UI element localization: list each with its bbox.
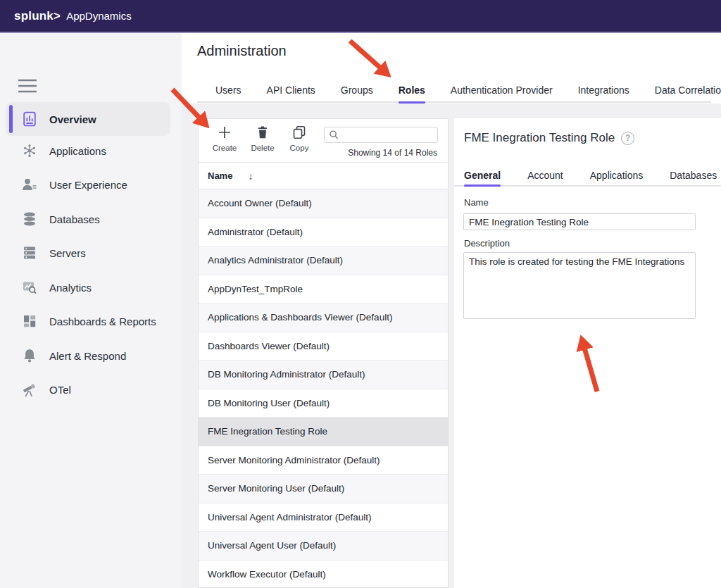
telescope-icon: [21, 381, 38, 398]
tab-databases[interactable]: Databases: [670, 163, 717, 187]
description-field-label: Description: [464, 238, 510, 249]
plus-icon: [218, 125, 232, 139]
copy-button-label: Copy: [283, 144, 315, 152]
table-row[interactable]: Administrator (Default): [199, 218, 448, 247]
sidebar: Overview Applications User Experienc: [0, 33, 182, 588]
tab-general[interactable]: General: [464, 163, 501, 187]
dashboards-icon: [21, 313, 38, 330]
name-column-header[interactable]: Name ↓: [199, 163, 448, 189]
roles-search-box: [324, 127, 438, 143]
table-row[interactable]: AppDynTest_TmpRole: [199, 275, 448, 304]
name-field-label: Name: [464, 197, 489, 208]
tab-data-correlation[interactable]: Data Correlation: [655, 77, 721, 104]
role-name-input[interactable]: [463, 213, 696, 230]
copy-icon: [292, 125, 306, 139]
bell-icon: [21, 347, 38, 364]
table-row-selected[interactable]: FME Inegration Testing Role: [199, 418, 448, 446]
appdynamics-logo-text: AppDynamics: [66, 10, 132, 22]
sort-descending-icon[interactable]: ↓: [248, 170, 253, 182]
delete-button-label: Delete: [246, 144, 279, 152]
table-row[interactable]: Workflow Executor (Default): [199, 561, 448, 588]
tab-roles[interactable]: Roles: [399, 77, 425, 104]
table-row[interactable]: Server Monitoring User (Default): [199, 475, 448, 503]
admin-header: Administration Users API Clients Groups …: [182, 33, 721, 104]
sidebar-item-applications[interactable]: Applications: [6, 134, 170, 168]
tab-applications[interactable]: Applications: [590, 163, 644, 187]
applications-icon: [21, 142, 38, 159]
servers-icon: [21, 244, 38, 261]
name-header-label: Name: [208, 170, 232, 181]
table-row[interactable]: Analytics Administrator (Default): [199, 246, 448, 275]
create-button-label: Create: [208, 144, 241, 152]
sidebar-item-label: Servers: [49, 247, 86, 259]
showing-count-text: Showing 14 of 14 Roles: [348, 148, 437, 158]
sidebar-item-label: Applications: [49, 145, 106, 157]
sidebar-item-label: Dashboards & Reports: [49, 315, 156, 327]
tab-integrations[interactable]: Integrations: [578, 77, 629, 104]
tab-account[interactable]: Account: [527, 163, 563, 187]
tab-api-clients[interactable]: API Clients: [267, 77, 315, 104]
table-row[interactable]: Dashboards Viewer (Default): [199, 332, 448, 361]
appdynamics-admin-screen: splunk> AppDynamics Overview: [0, 0, 721, 588]
sidebar-item-otel[interactable]: OTel: [6, 373, 170, 406]
table-row[interactable]: Server Monitoring Administrator (Default…: [199, 446, 448, 475]
sidebar-item-databases[interactable]: Databases: [6, 202, 170, 236]
user-experience-icon: [21, 176, 38, 193]
trash-icon: [256, 125, 270, 139]
table-row[interactable]: Applications & Dashboards Viewer (Defaul…: [199, 304, 448, 332]
help-icon[interactable]: ?: [621, 132, 634, 145]
roles-list-panel: Create Delete Copy: [198, 118, 449, 588]
sidebar-item-label: Alert & Respond: [49, 350, 126, 362]
topbar: splunk> AppDynamics: [0, 0, 721, 33]
create-button[interactable]: Create: [208, 125, 241, 152]
search-icon: [329, 130, 339, 140]
overview-icon: [21, 111, 38, 127]
page-title: Administration: [197, 43, 287, 59]
role-detail-title: FME Inegration Testing Role: [464, 131, 615, 145]
roles-toolbar: Create Delete Copy: [199, 119, 448, 163]
tab-authentication-provider[interactable]: Authentication Provider: [451, 77, 553, 104]
sidebar-item-servers[interactable]: Servers: [6, 236, 170, 270]
table-row[interactable]: Universal Agent User (Default): [199, 532, 448, 561]
sidebar-item-user-experience[interactable]: User Experience: [6, 168, 170, 201]
table-row[interactable]: Account Owner (Default): [199, 189, 448, 218]
copy-button[interactable]: Copy: [283, 125, 315, 152]
tab-groups[interactable]: Groups: [341, 77, 373, 104]
table-row[interactable]: DB Monitoring Administrator (Default): [199, 361, 448, 389]
selected-accent-bar: [9, 105, 13, 133]
sidebar-item-overview[interactable]: Overview: [6, 102, 170, 136]
delete-button[interactable]: Delete: [246, 125, 279, 152]
splunk-logo: splunk>: [14, 9, 61, 23]
role-detail-panel: FME Inegration Testing Role ? General Ac…: [454, 118, 721, 588]
sidebar-item-label: Analytics: [49, 282, 92, 294]
sidebar-item-label: OTel: [49, 384, 71, 396]
search-input[interactable]: [339, 127, 437, 142]
databases-icon: [21, 211, 38, 227]
role-detail-tabs: General Account Applications Databases: [464, 163, 717, 187]
tab-users[interactable]: Users: [215, 77, 242, 104]
table-row[interactable]: DB Monitoring User (Default): [199, 389, 448, 418]
role-description-textarea[interactable]: [463, 252, 696, 319]
sidebar-item-label: User Experience: [49, 179, 127, 191]
analytics-icon: [21, 279, 38, 296]
sidebar-item-analytics[interactable]: Analytics: [6, 270, 170, 304]
sidebar-item-label: Overview: [49, 113, 96, 125]
sidebar-item-label: Databases: [49, 213, 100, 225]
admin-tabs: Users API Clients Groups Roles Authentic…: [215, 77, 721, 104]
hamburger-menu-icon[interactable]: [18, 78, 37, 94]
sidebar-item-dashboards-reports[interactable]: Dashboards & Reports: [6, 304, 170, 338]
sidebar-item-alert-respond[interactable]: Alert & Respond: [6, 339, 170, 373]
table-row[interactable]: Universal Agent Administrator (Default): [199, 503, 448, 532]
